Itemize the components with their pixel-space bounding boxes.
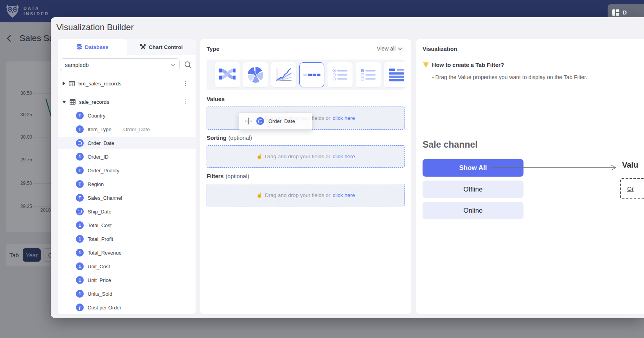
dashboard-icon: [612, 9, 619, 16]
number-type-icon: 1: [76, 235, 84, 243]
field-row[interactable]: 1 Unit_Cost: [58, 260, 191, 273]
text-type-icon: T: [76, 125, 84, 133]
chart-type-radio-list[interactable]: [327, 62, 353, 87]
drag-ghost-label: Order_Date: [123, 127, 150, 132]
sorting-dropzone[interactable]: ☝ Drag and drop your fields or click her…: [207, 145, 405, 168]
field-row[interactable]: 1 Total_Cost: [58, 219, 191, 231]
values-click-here-link[interactable]: click here: [333, 115, 355, 121]
number-type-icon: 1: [76, 221, 84, 229]
tip-body: - Drag the Value properties you want to …: [432, 74, 587, 80]
number-type-icon: 1: [76, 290, 84, 298]
tab-database[interactable]: Database: [58, 39, 127, 55]
field-row[interactable]: T Order_Priority: [58, 164, 191, 177]
number-type-icon: 1: [76, 153, 84, 161]
sankey-icon: [219, 68, 236, 81]
text-type-icon: T: [76, 166, 84, 174]
number-type-icon: 1: [76, 262, 84, 270]
database-panel: Database Chart Control sampledb: [58, 39, 196, 314]
dashboard-nav-label: D: [622, 9, 627, 16]
checkbox-list-icon: [361, 69, 376, 81]
lightbulb-icon: [423, 61, 429, 69]
field-row[interactable]: 1 Order_ID: [58, 150, 191, 163]
date-type-icon: [76, 139, 84, 147]
date-type-icon: [256, 117, 264, 125]
field-row-selected[interactable]: Order_Date: [58, 137, 196, 149]
search-icon[interactable]: [184, 61, 192, 69]
left-panel-tabs: Database Chart Control: [58, 39, 196, 55]
modal-title: Visualization Builder: [56, 22, 134, 33]
view-all-button[interactable]: View all: [377, 45, 402, 52]
expand-caret-icon[interactable]: [63, 81, 65, 85]
drag-chip-label: Order_Date: [268, 118, 295, 124]
field-row[interactable]: Ship_Date: [58, 205, 191, 218]
filters-click-here-link[interactable]: click here: [333, 192, 355, 198]
chart-type-tab-filter[interactable]: Tab: [299, 62, 324, 87]
dragged-field-chip[interactable]: Order_Date: [239, 112, 312, 130]
filters-dropzone[interactable]: ☝ Drag and drop your fields or click her…: [207, 184, 405, 206]
field-row[interactable]: T Sales_Channel: [58, 192, 191, 204]
tools-icon: [140, 44, 146, 50]
values-section-label: Values: [207, 96, 225, 102]
visualization-panel: Visualization How to create a Tab Filter…: [416, 39, 644, 314]
screen: Sales Sa 30.50 30.25 30.00 29.75 29.50 2…: [0, 0, 644, 338]
chart-type-checkbox-list[interactable]: [356, 62, 381, 87]
brand-line1: DATA: [23, 5, 49, 11]
sorting-section-label: Sorting (optional): [207, 135, 252, 141]
number-type-icon: 1: [76, 249, 84, 257]
drag-hand-icon: ☝: [256, 192, 263, 198]
date-type-icon: [76, 208, 84, 215]
chart-config-panel: Type View all: [200, 39, 411, 314]
table-menu-icon[interactable]: ⋮: [183, 98, 189, 105]
annotation-value-label: Valu: [622, 161, 638, 170]
field-row[interactable]: T Country: [58, 109, 191, 122]
chart-type-pie[interactable]: [243, 62, 268, 87]
annotation-arrow: [491, 164, 620, 172]
collapse-caret-icon[interactable]: [62, 101, 66, 103]
preview-title: Sale channel: [423, 139, 478, 150]
field-row[interactable]: 1 Total_Revenue: [58, 246, 191, 259]
table-icon: [69, 81, 75, 86]
visualization-header: Visualization: [423, 46, 457, 52]
chevron-down-icon: [171, 63, 175, 67]
svg-text:Tab: Tab: [303, 74, 307, 76]
tab-option-offline[interactable]: Offline: [423, 181, 523, 198]
formula-type-icon: ƒ: [76, 304, 84, 311]
field-row[interactable]: 1 Units_Sold: [58, 287, 191, 300]
chart-type-table[interactable]: [384, 62, 409, 87]
tab-filter-icon: Tab: [303, 72, 321, 78]
pie-icon: [248, 67, 263, 83]
type-section-label: Type: [207, 46, 219, 52]
annotation-group-link[interactable]: Gr: [627, 185, 634, 192]
chart-type-strip: Tab: [207, 60, 405, 90]
owl-logo-icon: [5, 4, 20, 18]
chart-type-sankey[interactable]: [215, 62, 240, 87]
table-icon: [70, 99, 76, 105]
text-type-icon: T: [76, 180, 84, 188]
chart-type-line[interactable]: [271, 62, 296, 87]
table-row-5m-sales-records[interactable]: 5m_sales_records ⋮: [58, 77, 196, 90]
datasource-select[interactable]: sampledb: [60, 58, 180, 71]
number-type-icon: 1: [76, 276, 84, 284]
tab-chart-control[interactable]: Chart Control: [127, 39, 196, 55]
table-list-icon: [389, 68, 404, 81]
field-row[interactable]: 1 Total_Profit: [58, 233, 191, 245]
chevron-down-icon: [398, 47, 402, 50]
annotation-group-box[interactable]: Gr: [620, 178, 644, 199]
radio-list-icon: [333, 69, 347, 81]
table-menu-icon[interactable]: ⋮: [183, 80, 189, 87]
brand-logo[interactable]: DATA INSIDER: [5, 4, 49, 18]
database-icon: [76, 44, 82, 50]
field-row[interactable]: ƒ Cost per Order: [58, 301, 191, 314]
brand-line2: INSIDER: [23, 11, 49, 16]
drag-hand-icon: ☝: [256, 154, 263, 159]
text-type-icon: T: [76, 112, 84, 119]
filters-section-label: Filters (optional): [207, 173, 249, 179]
line-chart-icon: [275, 68, 292, 82]
table-row-sale-records[interactable]: sale_records ⋮: [58, 96, 196, 108]
tip-title: How to create a Tab Filter?: [432, 62, 504, 68]
sorting-click-here-link[interactable]: click here: [333, 154, 355, 159]
visualization-builder-modal: Visualization Builder Database: [51, 17, 644, 318]
field-row[interactable]: T Region: [58, 178, 191, 190]
tab-option-online[interactable]: Online: [423, 202, 523, 219]
field-row[interactable]: 1 Unit_Price: [58, 274, 191, 286]
